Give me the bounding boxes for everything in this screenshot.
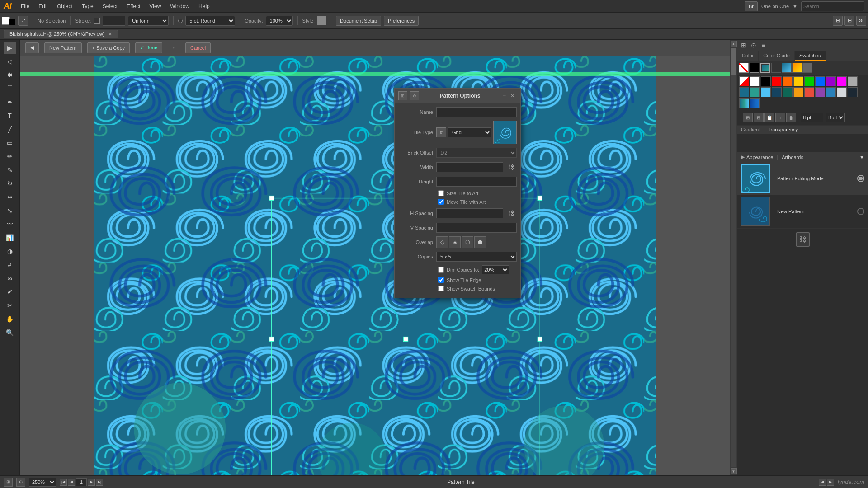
po-vspacing-input[interactable]: 0 pt xyxy=(436,223,517,233)
swatch-blue[interactable] xyxy=(782,63,792,73)
artboard-item-1[interactable]: Pattern Editing Mode xyxy=(737,162,868,195)
po-spacing-link-icon[interactable]: ⛓ xyxy=(505,207,517,219)
po-width-input[interactable]: 158.7345 pt xyxy=(436,162,503,172)
new-pattern-btn[interactable]: New Pattern xyxy=(44,42,82,53)
tab-transparency[interactable]: Transparency xyxy=(764,126,802,134)
overlap-btn-4[interactable]: ⬢ xyxy=(474,236,486,248)
swatch-gradient-2[interactable] xyxy=(750,98,760,108)
swatch-blue-2[interactable] xyxy=(815,76,825,86)
swatch-silver[interactable] xyxy=(837,87,847,97)
swatch-violet[interactable] xyxy=(815,87,825,97)
swatch-navy[interactable] xyxy=(772,87,782,97)
stroke-color-mini[interactable] xyxy=(94,18,100,24)
page-first-btn[interactable]: |◀ xyxy=(60,479,67,486)
rotate-tool[interactable]: ↻ xyxy=(4,177,16,190)
swatch-darknavy[interactable] xyxy=(848,87,858,97)
tab-gradient[interactable]: Gradient xyxy=(737,126,764,134)
po-close-btn[interactable]: ✕ xyxy=(509,93,517,99)
artboard-btn-1[interactable]: ⊞ xyxy=(743,113,753,122)
po-brickoffset-select[interactable]: 1/2 xyxy=(436,148,517,158)
swatch-red[interactable] xyxy=(772,76,782,86)
workspace-selector[interactable]: One-on-One xyxy=(761,4,789,9)
overlap-btn-3[interactable]: ⬡ xyxy=(462,236,473,248)
swatch-black[interactable] xyxy=(761,76,771,86)
transform-btn[interactable]: ⊞ xyxy=(833,16,843,26)
type-tool[interactable]: T xyxy=(4,109,16,122)
stroke-pt-input[interactable] xyxy=(801,113,823,122)
selected-swatch[interactable] xyxy=(760,63,770,73)
stroke-weight-input[interactable]: 3 pt xyxy=(103,16,125,26)
tab-color-guide[interactable]: Color Guide xyxy=(759,51,795,61)
nav-right-btn[interactable]: ▶ xyxy=(827,479,834,486)
tab-swatches[interactable]: Swatches xyxy=(795,51,826,61)
rect-tool[interactable]: ▭ xyxy=(4,136,16,149)
swatch-gray[interactable] xyxy=(771,63,781,73)
swatch-orange-red[interactable] xyxy=(783,76,793,86)
swatch-gradient-1[interactable] xyxy=(739,98,749,108)
scroll-down-btn[interactable]: ▼ xyxy=(731,468,737,474)
swatch-teal[interactable] xyxy=(750,87,760,97)
menu-type[interactable]: Type xyxy=(78,2,97,10)
scroll-thumb[interactable] xyxy=(731,48,736,75)
swatch-teal-dark[interactable] xyxy=(739,87,749,97)
appearance-tab[interactable]: Appearance xyxy=(746,155,773,160)
swatch-magenta[interactable] xyxy=(837,76,847,86)
done-btn[interactable]: ✓ Done xyxy=(135,42,162,53)
artboard-radio-1[interactable] xyxy=(857,175,864,182)
page-last-btn[interactable]: ▶| xyxy=(96,479,103,486)
pen-tool[interactable]: ✒ xyxy=(4,96,16,108)
page-prev-btn[interactable]: ◀ xyxy=(68,479,75,486)
doc-setup-button[interactable]: Document Setup xyxy=(336,16,381,26)
menu-view[interactable]: View xyxy=(146,2,165,10)
po-showtile-checkbox[interactable] xyxy=(438,277,444,283)
artboard-btn-5[interactable]: 🗑 xyxy=(786,113,796,122)
link-icon[interactable]: ⛓ xyxy=(796,232,810,247)
menu-object[interactable]: Object xyxy=(53,2,76,10)
scissors-tool[interactable]: ✂ xyxy=(4,299,16,312)
direct-selection-tool[interactable]: ◁ xyxy=(4,55,16,68)
menu-select[interactable]: Select xyxy=(99,2,121,10)
tab-color[interactable]: Color xyxy=(737,51,759,61)
black-swatch[interactable] xyxy=(750,63,760,73)
section-collapse[interactable]: ▼ xyxy=(859,155,864,160)
zoom-select[interactable]: 250% xyxy=(29,478,56,487)
po-link-icon[interactable]: ⛓ xyxy=(505,161,517,173)
selection-tool[interactable]: ▶ xyxy=(4,42,16,54)
menu-edit[interactable]: Edit xyxy=(35,2,52,10)
swatch-lightgray[interactable] xyxy=(848,76,858,86)
overlap-btn-2[interactable]: ◈ xyxy=(449,236,461,248)
po-name-input[interactable]: sea spirals xyxy=(436,107,517,117)
hand-tool[interactable]: ✋ xyxy=(4,313,16,325)
swatch-green[interactable] xyxy=(804,76,814,86)
swatch-none[interactable] xyxy=(739,76,749,86)
swatch-white[interactable] xyxy=(750,76,760,86)
blend-tool[interactable]: ∞ xyxy=(4,272,16,285)
panel-icon-2[interactable]: ⊙ xyxy=(749,41,758,50)
po-copies-select[interactable]: 5 x 5 xyxy=(436,252,517,262)
po-height-input[interactable]: 168 pt xyxy=(436,177,517,187)
more-btn[interactable]: ≫ xyxy=(856,16,866,26)
canvas-area[interactable]: ◀ New Pattern + Save a Copy ✓ Done ○ Can… xyxy=(20,40,730,475)
menu-window[interactable]: Window xyxy=(166,2,193,10)
bridge-button[interactable]: Br xyxy=(745,1,758,11)
warp-tool[interactable]: 〰 xyxy=(4,218,16,230)
swatch-cobalt[interactable] xyxy=(826,87,836,97)
panel-icon-1[interactable]: ⊞ xyxy=(739,41,748,50)
swatch-mid[interactable] xyxy=(802,63,812,73)
statusbar-btn-2[interactable]: ⊙ xyxy=(16,478,25,487)
po-icon-2[interactable]: ⊙ xyxy=(410,91,419,100)
mesh-tool[interactable]: # xyxy=(4,258,16,271)
paintbrush-tool[interactable]: ✏ xyxy=(4,150,16,163)
graph-tool[interactable]: 📊 xyxy=(4,231,16,244)
po-movetile-checkbox[interactable] xyxy=(438,199,444,205)
artboard-btn-3[interactable]: 📋 xyxy=(764,113,774,122)
swatch-orange[interactable] xyxy=(792,63,802,73)
swatch-forest[interactable] xyxy=(783,87,793,97)
menu-effect[interactable]: Effect xyxy=(123,2,144,10)
cancel-btn[interactable]: Cancel xyxy=(185,42,211,53)
stroke-type-2[interactable]: Butt xyxy=(826,113,845,122)
stroke-color-swatch[interactable] xyxy=(9,19,15,25)
artboard-btn-4[interactable]: ↑ xyxy=(775,113,785,122)
magic-wand-tool[interactable]: ✱ xyxy=(4,69,16,81)
none-swatch[interactable] xyxy=(739,63,749,73)
